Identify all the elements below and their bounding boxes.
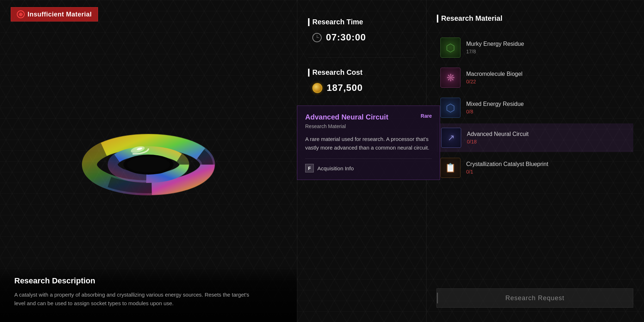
macromolecule-biogel-icon — [440, 68, 460, 88]
mixed-energy-residue-count: 0/8 — [466, 109, 630, 114]
crystallization-catalyst-blueprint-count: 0/1 — [466, 169, 630, 175]
material-item-mixed[interactable]: Mixed Energy Residue 0/8 — [437, 93, 633, 122]
clock-icon — [312, 33, 322, 42]
material-item-biogel[interactable]: Macromolecule Biogel 0/22 — [437, 63, 633, 92]
h-divider-1 — [308, 57, 415, 58]
insufficient-label: Insufficient Material — [28, 11, 92, 18]
mixed-energy-residue-name: Mixed Energy Residue — [466, 101, 630, 107]
research-time-value: 07:30:00 — [326, 32, 366, 43]
murky-energy-residue-name: Murky Energy Residue — [466, 41, 630, 47]
section-bar-time — [308, 18, 309, 26]
f-key-indicator: F — [305, 164, 314, 172]
tooltip-description: A rare material used for research. A pro… — [305, 135, 432, 152]
advanced-neural-circuit-icon — [441, 128, 461, 148]
macromolecule-biogel-count: 0/22 — [466, 79, 630, 84]
tooltip-item-name: Advanced Neural Circuit — [305, 113, 388, 121]
coin-icon — [312, 83, 322, 93]
research-time-label: Research Time — [312, 18, 363, 26]
research-description-title: Research Description — [14, 276, 283, 286]
mixed-energy-residue-icon — [440, 98, 460, 118]
advanced-neural-circuit-name: Advanced Neural Circuit — [467, 131, 630, 137]
item-3d-model — [55, 68, 241, 254]
insufficient-material-badge: ⊕ Insufficient Material — [11, 7, 98, 21]
material-item-blueprint[interactable]: Crystallization Catalyst Blueprint 0/1 — [437, 153, 633, 182]
material-item-murky[interactable]: Murky Energy Residue 17/8 — [437, 33, 633, 62]
acquisition-info-button[interactable]: F Acquisition Info — [305, 164, 432, 172]
tooltip-advanced-neural-circuit: Advanced Neural Circuit Rare Research Ma… — [297, 106, 440, 180]
research-time-value-row: 07:30:00 — [308, 32, 415, 43]
section-bar-cost — [308, 69, 309, 77]
badge-warning-icon: ⊕ — [17, 10, 25, 18]
research-time-section: Research Time — [308, 18, 415, 26]
macromolecule-biogel-info: Macromolecule Biogel 0/22 — [466, 71, 630, 84]
tooltip-divider — [305, 158, 432, 159]
murky-energy-residue-info: Murky Energy Residue 17/8 — [466, 41, 630, 54]
material-list: Murky Energy Residue 17/8 Macromolecule … — [437, 33, 633, 182]
crystallization-catalyst-blueprint-icon — [440, 158, 460, 178]
research-material-section-header: Research Material — [437, 14, 633, 23]
acquisition-info-label: Acquisition Info — [317, 165, 354, 171]
research-request-button[interactable]: Research Request — [436, 288, 633, 308]
tooltip-rarity: Rare — [421, 113, 432, 119]
research-request-label: Research Request — [505, 294, 564, 302]
research-description-text: A catalyst with a property of absorbing … — [14, 291, 258, 308]
svg-point-8 — [127, 157, 170, 172]
right-panel: Research Material Murky Energy Residue 1… — [426, 0, 644, 322]
material-item-neural[interactable]: Advanced Neural Circuit 0/18 — [437, 123, 633, 152]
left-panel: ⊕ Insufficient Material — [0, 0, 297, 322]
tooltip-header: Advanced Neural Circuit Rare — [305, 113, 432, 121]
mixed-energy-residue-info: Mixed Energy Residue 0/8 — [466, 101, 630, 114]
murky-energy-residue-count: 17/8 — [466, 49, 630, 54]
advanced-neural-circuit-info: Advanced Neural Circuit 0/18 — [467, 131, 630, 145]
macromolecule-biogel-name: Macromolecule Biogel — [466, 71, 630, 77]
research-cost-value: 187,500 — [327, 82, 363, 93]
research-cost-value-row: 187,500 — [308, 82, 415, 93]
section-bar-material — [437, 15, 438, 23]
murky-energy-residue-icon — [440, 38, 460, 58]
advanced-neural-circuit-count: 0/18 — [467, 139, 630, 145]
tooltip-category: Research Material — [305, 123, 432, 129]
crystallization-catalyst-blueprint-name: Crystallization Catalyst Blueprint — [466, 161, 630, 167]
research-cost-section: Research Cost — [308, 68, 415, 77]
research-description-section: Research Description A catalyst with a p… — [0, 265, 297, 322]
research-cost-label: Research Cost — [312, 68, 362, 77]
research-material-label: Research Material — [441, 14, 502, 23]
crystallization-catalyst-blueprint-info: Crystallization Catalyst Blueprint 0/1 — [466, 161, 630, 175]
